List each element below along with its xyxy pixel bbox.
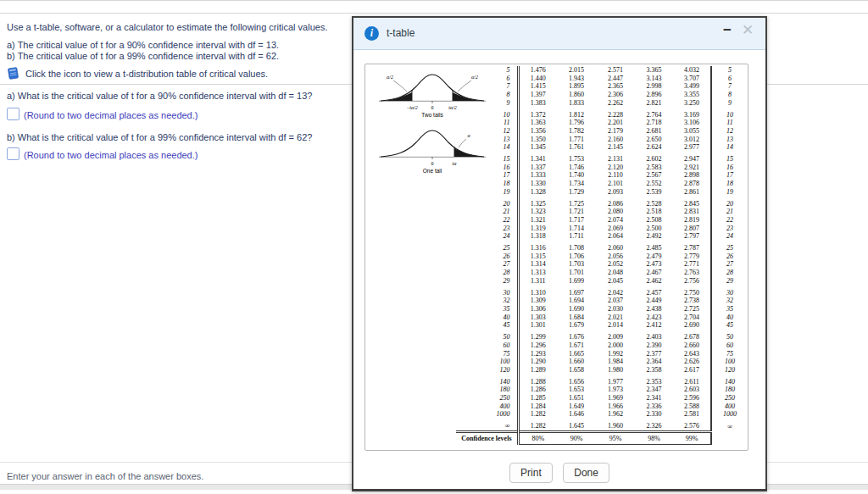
value-cell: 1.290	[518, 358, 557, 366]
value-cell: 3.055	[673, 127, 711, 136]
value-cell: 2.508	[635, 216, 673, 225]
value-cell: 2.080	[596, 208, 635, 216]
df-cell: 16	[494, 164, 518, 172]
df-cell-right: 400	[711, 402, 748, 411]
t-alpha-tick-label: tα	[453, 161, 458, 166]
value-cell: 3.169	[673, 108, 711, 119]
value-cell: 2.977	[673, 143, 711, 152]
value-cell: 2.048	[596, 269, 635, 277]
value-cell: 2.678	[673, 330, 711, 341]
value-cell: 1.415	[518, 82, 557, 91]
df-cell: 250	[494, 394, 518, 402]
value-cell: 2.626	[673, 358, 711, 366]
value-cell: 2.364	[635, 358, 673, 366]
value-cell: 2.341	[635, 394, 673, 402]
value-cell: 2.093	[596, 188, 635, 197]
value-cell: 1.703	[557, 260, 596, 269]
df-cell-right: 11	[711, 119, 748, 127]
df-cell: 9	[494, 99, 518, 108]
dialog-header: i t-table − ✕	[353, 18, 765, 50]
value-cell: 2.390	[635, 341, 673, 350]
value-cell: 2.681	[635, 127, 673, 136]
df-cell: 32	[494, 297, 518, 305]
df-cell: ∞	[494, 419, 518, 431]
question-part-b: b) The critical value of t for a 99% con…	[7, 51, 279, 61]
df-cell: 20	[494, 197, 518, 208]
alpha-half-right-label: α/2	[471, 75, 478, 80]
right-tail-shade	[454, 148, 484, 157]
value-cell: 2.807	[673, 225, 711, 233]
df-cell-right: 12	[711, 127, 748, 136]
value-cell: 2.861	[673, 188, 711, 197]
value-cell: 2.588	[673, 402, 711, 411]
df-cell: 10	[494, 108, 518, 119]
df-cell: 17	[494, 171, 518, 180]
table-row: 4001.2841.6491.9662.3362.588400	[365, 402, 748, 411]
value-cell: 2.056	[596, 253, 635, 261]
df-cell-right: ∞	[711, 419, 748, 431]
df-cell: 14	[494, 143, 518, 152]
df-cell-right: 23	[711, 225, 748, 233]
close-icon[interactable]: ✕	[740, 21, 755, 40]
value-cell: 2.611	[673, 375, 711, 386]
value-cell: 1.962	[596, 410, 635, 419]
answer-box-a[interactable]	[7, 108, 19, 120]
df-cell-right: 19	[711, 188, 748, 197]
df-cell-right: 50	[711, 330, 748, 341]
value-cell: 1.288	[518, 375, 557, 386]
value-cell: 2.120	[596, 164, 635, 172]
df-cell: 180	[494, 386, 518, 394]
confidence-levels-row: Confidence levels80%90%95%98%99%	[365, 431, 748, 444]
df-cell-right: 35	[711, 305, 748, 314]
value-cell: 1.330	[518, 180, 557, 188]
confidence-levels-label: Confidence levels	[456, 431, 518, 444]
value-cell: 2.596	[673, 394, 711, 402]
df-cell-right: 40	[711, 314, 748, 322]
value-cell: 1.315	[518, 253, 557, 261]
value-cell: 3.143	[635, 75, 673, 83]
done-button[interactable]: Done	[563, 463, 609, 483]
table-row: 181.3301.7342.1012.5522.87818	[365, 180, 748, 188]
minimize-icon[interactable]: −	[721, 23, 734, 40]
confidence-level-cell: 95%	[596, 431, 635, 444]
df-cell: 40	[494, 314, 518, 322]
df-cell-right: 20	[711, 197, 748, 208]
value-cell: 2.467	[635, 269, 673, 277]
table-row: 10001.2821.6461.9622.3302.5811000	[365, 410, 748, 419]
value-cell: 1.725	[557, 197, 596, 208]
value-cell: 2.064	[596, 232, 635, 241]
df-cell: 5	[494, 66, 518, 75]
table-row: 321.3091.6942.0372.4492.73832	[365, 297, 748, 305]
t-table-book-icon[interactable]	[7, 67, 19, 80]
value-cell: 1.679	[557, 321, 596, 330]
two-tails-diagram: α/2 α/2 −tα/2 0 tα/2 Two tails	[378, 66, 487, 119]
value-cell: 1.973	[596, 386, 635, 394]
table-row: 451.3011.6792.0142.4122.69045	[365, 321, 748, 330]
value-cell: 1.984	[596, 358, 635, 366]
value-cell: 3.365	[635, 66, 673, 75]
df-cell: 25	[494, 241, 518, 253]
value-cell: 1.282	[518, 410, 557, 419]
value-cell: 1.345	[518, 143, 557, 152]
value-cell: 2.617	[673, 366, 711, 375]
value-cell: 2.347	[635, 386, 673, 394]
df-cell: 29	[494, 277, 518, 286]
value-cell: 2.423	[635, 314, 673, 322]
value-cell: 2.571	[596, 66, 635, 75]
value-cell: 2.821	[635, 99, 673, 108]
df-cell-right: 5	[711, 66, 748, 75]
value-cell: 1.314	[518, 260, 557, 269]
df-cell-right: 45	[711, 321, 748, 330]
print-button[interactable]: Print	[509, 463, 553, 483]
table-row: 601.2961.6712.0002.3902.66060	[365, 341, 748, 350]
dialog-title: t-table	[387, 27, 415, 39]
answer-box-b[interactable]	[7, 147, 19, 160]
table-row: 241.3181.7112.0642.4922.79724	[365, 232, 748, 241]
df-cell-right: 8	[711, 91, 748, 99]
value-cell: 2.921	[673, 164, 711, 172]
df-cell-right: 7	[711, 82, 748, 91]
value-cell: 2.021	[596, 314, 635, 322]
value-cell: 1.653	[557, 386, 596, 394]
value-cell: 3.250	[673, 99, 711, 108]
value-cell: 2.878	[673, 180, 711, 188]
